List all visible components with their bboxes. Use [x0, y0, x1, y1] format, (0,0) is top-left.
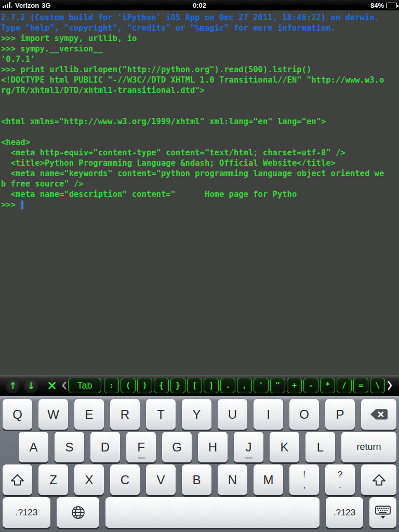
letter-key[interactable]: S	[55, 432, 84, 462]
shift-key-right[interactable]	[361, 464, 396, 495]
tab-key[interactable]: Tab	[68, 378, 101, 393]
prompt: >>>	[1, 200, 20, 209]
history-up-button[interactable]: ↑	[5, 378, 20, 393]
battery-percent: 84%	[370, 2, 384, 9]
terminal-line: 2.7.2 (Custom build for 'iPython' iOS Ap…	[1, 12, 399, 23]
letter-key[interactable]: E	[74, 399, 104, 430]
terminal-line: <head>	[1, 137, 399, 148]
numbers-key-left[interactable]: .?123	[3, 497, 50, 528]
terminal-line: >>> sympy.__version__	[1, 44, 399, 54]
terminal-line: >>> import sympy, urllib, io	[1, 33, 399, 44]
scroll-right-chevron[interactable]	[387, 381, 393, 390]
letter-key[interactable]: D	[90, 432, 120, 462]
symbol-key[interactable]: ,	[237, 378, 252, 393]
symbol-key[interactable]: :	[104, 378, 119, 393]
terminal-line: b free source" />	[1, 179, 399, 189]
symbol-key[interactable]: '	[254, 378, 269, 393]
keyboard-row-4: .?123 .?123	[0, 497, 399, 528]
letter-key[interactable]: M	[254, 464, 283, 495]
letter-key[interactable]: U	[218, 399, 247, 430]
shift-icon	[372, 474, 386, 486]
symbol-key[interactable]: +	[287, 378, 302, 393]
symbol-key[interactable]: .	[220, 378, 235, 393]
terminal-line: rg/TR/xhtml1/DTD/xhtml1-transitional.dtd…	[1, 85, 399, 96]
letter-key[interactable]: X	[74, 464, 104, 495]
symbol-key[interactable]: *	[320, 378, 335, 393]
ipython-ios-app: { "status_bar": { "carrier": "Verizon", …	[0, 0, 399, 532]
terminal-line	[1, 96, 399, 106]
letter-key[interactable]: T	[146, 399, 176, 430]
terminal-line: <title>Python Programming Language &ndas…	[1, 158, 399, 168]
shift-key-left[interactable]	[3, 464, 32, 495]
terminal-line: Type "help", "copyright", "credits" or "…	[1, 23, 399, 33]
terminal-line	[1, 127, 399, 137]
terminal-line	[1, 106, 399, 116]
letter-key[interactable]: C	[110, 464, 140, 495]
status-right: 84%	[370, 0, 397, 10]
symbol-key[interactable]: ]	[204, 378, 219, 393]
letter-key[interactable]: Y	[182, 399, 211, 430]
letter-key[interactable]: A	[19, 432, 48, 462]
terminal-line: <!DOCTYPE html PUBLIC "-//W3C//DTD XHTML…	[1, 75, 399, 85]
chevron-right-icon	[387, 381, 393, 390]
shift-icon	[10, 474, 24, 486]
globe-key[interactable]	[57, 497, 99, 528]
punctuation-key[interactable]: ? .	[325, 464, 355, 495]
return-key[interactable]: return	[341, 432, 396, 462]
python-console[interactable]: 2.7.2 (Custom build for 'iPython' iOS Ap…	[0, 10, 399, 375]
backspace-key[interactable]	[361, 399, 396, 430]
terminal-line: <html xmlns="http://www.w3.org/1999/xhtm…	[1, 116, 399, 127]
keyboard-row-1: Q W E R T Y U I O P	[0, 399, 399, 430]
close-icon: ×	[47, 378, 57, 393]
symbol-key[interactable]: }	[170, 378, 185, 393]
keyboard-accessory-bar: ↑ ↓ × Tab : ( ) { } [ ] . , ' " +	[0, 375, 399, 396]
chevron-left-icon	[61, 381, 66, 390]
letter-key[interactable]: I	[254, 399, 283, 430]
letter-key[interactable]: B	[182, 464, 211, 495]
letter-key[interactable]: V	[146, 464, 176, 495]
symbol-key[interactable]: \	[370, 378, 385, 393]
dismiss-keyboard-key[interactable]	[369, 497, 396, 528]
terminal-line: <meta name="keywords" content="python pr…	[1, 168, 399, 179]
letter-key[interactable]: L	[305, 432, 335, 462]
letter-key[interactable]: G	[162, 432, 192, 462]
battery-icon	[386, 3, 397, 8]
symbol-key[interactable]: "	[270, 378, 285, 393]
letter-key[interactable]: J	[234, 432, 263, 462]
symbol-key[interactable]: {	[154, 378, 169, 393]
space-key[interactable]	[105, 497, 320, 528]
letter-key[interactable]: H	[198, 432, 228, 462]
symbol-key[interactable]: =	[353, 378, 368, 393]
text-cursor	[21, 201, 23, 209]
clock: 0:02	[0, 2, 399, 9]
clear-button[interactable]: ×	[47, 378, 57, 393]
letter-key[interactable]: P	[325, 399, 355, 430]
terminal-line: >>> print urllib.urlopen("http://python.…	[1, 64, 399, 75]
ios-keyboard: Q W E R T Y U I O P	[0, 396, 399, 532]
up-arrow-icon: ↑	[9, 380, 17, 391]
symbol-key[interactable]: /	[337, 378, 352, 393]
scroll-left-chevron[interactable]	[61, 381, 66, 390]
letter-key[interactable]: N	[218, 464, 247, 495]
symbol-key[interactable]: -	[303, 378, 318, 393]
symbol-key[interactable]: (	[121, 378, 136, 393]
letter-key[interactable]: Q	[3, 399, 32, 430]
backspace-icon	[369, 408, 388, 421]
globe-icon	[71, 506, 85, 520]
letter-key[interactable]: O	[289, 399, 319, 430]
numbers-key-right[interactable]: .?123	[326, 497, 363, 528]
letter-key[interactable]: W	[38, 399, 68, 430]
down-arrow-icon: ↓	[27, 380, 35, 391]
symbol-key[interactable]: )	[137, 378, 152, 393]
letter-key[interactable]: R	[110, 399, 140, 430]
status-bar: Verizon 3G 0:02 84%	[0, 0, 399, 10]
keyboard-row-3: Z X C V B N M ! , ?	[0, 464, 399, 495]
symbol-key[interactable]: [	[187, 378, 202, 393]
letter-key[interactable]: F	[126, 432, 156, 462]
keyboard-row-2: A S D F G H J K L return	[0, 432, 399, 462]
symbol-key-row: : ( ) { } [ ] . , ' " + - * / =	[104, 378, 385, 393]
history-down-button[interactable]: ↓	[23, 378, 38, 393]
letter-key[interactable]: Z	[38, 464, 68, 495]
punctuation-key[interactable]: ! ,	[289, 464, 319, 495]
letter-key[interactable]: K	[270, 432, 299, 462]
